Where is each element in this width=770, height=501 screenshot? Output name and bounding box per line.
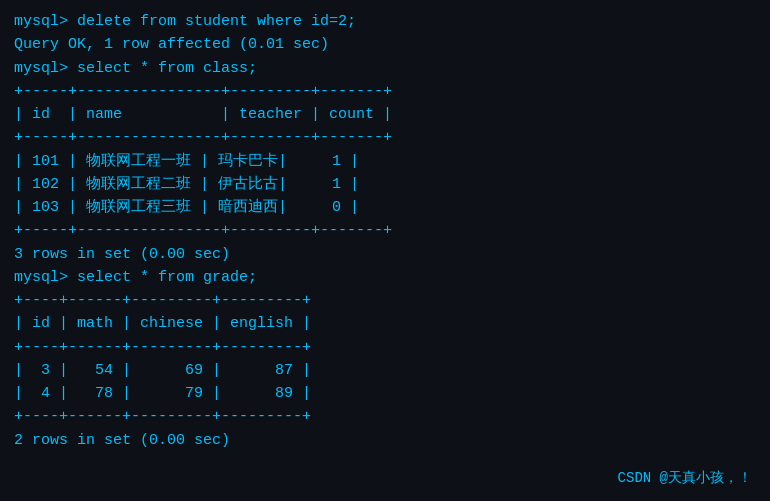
terminal-line: +-----+----------------+---------+------… [14,126,756,149]
terminal-line: +----+------+---------+---------+ [14,405,756,428]
terminal-line: 3 rows in set (0.00 sec) [14,243,756,266]
terminal-line: | 3 | 54 | 69 | 87 | [14,359,756,382]
terminal-line: Query OK, 1 row affected (0.01 sec) [14,33,756,56]
terminal-line: +----+------+---------+---------+ [14,336,756,359]
terminal-line: 2 rows in set (0.00 sec) [14,429,756,452]
terminal-line: | 103 | 物联网工程三班 | 暗西迪西| 0 | [14,196,756,219]
terminal-line: | 101 | 物联网工程一班 | 玛卡巴卡| 1 | [14,150,756,173]
terminal-line: mysql> select * from grade; [14,266,756,289]
terminal-line: +-----+----------------+---------+------… [14,219,756,242]
terminal-line: | 4 | 78 | 79 | 89 | [14,382,756,405]
terminal-line: | id | name | teacher | count | [14,103,756,126]
terminal-line: +----+------+---------+---------+ [14,289,756,312]
terminal-line: mysql> delete from student where id=2; [14,10,756,33]
watermark-text: CSDN @天真小孩，！ [618,469,752,487]
terminal-line: mysql> select * from class; [14,57,756,80]
terminal-output: mysql> delete from student where id=2;Qu… [14,10,756,452]
terminal-line: | 102 | 物联网工程二班 | 伊古比古| 1 | [14,173,756,196]
terminal-line: +-----+----------------+---------+------… [14,80,756,103]
terminal-line: | id | math | chinese | english | [14,312,756,335]
